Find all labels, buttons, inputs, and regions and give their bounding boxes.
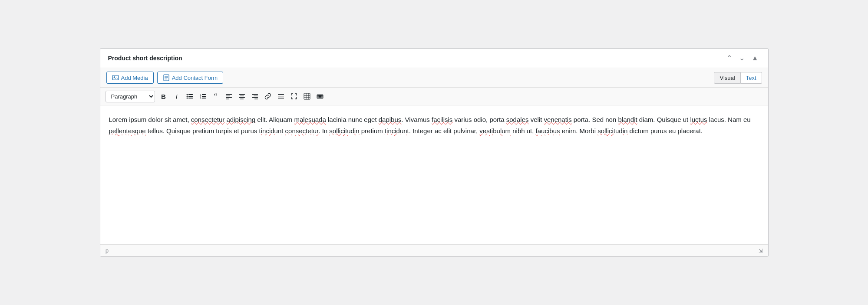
- svg-rect-32: [278, 98, 284, 99]
- fullscreen-icon: [290, 93, 297, 100]
- bold-button[interactable]: B: [158, 90, 170, 102]
- unordered-list-button[interactable]: [184, 90, 196, 102]
- ul-icon: [186, 93, 193, 100]
- svg-point-8: [186, 96, 188, 97]
- svg-rect-33: [304, 93, 310, 99]
- toolbar-row: Add Media Add Contact Form Visual Text: [100, 68, 768, 88]
- svg-point-6: [186, 94, 188, 95]
- svg-rect-25: [240, 99, 244, 100]
- align-center-button[interactable]: [236, 90, 248, 102]
- table-icon: [304, 93, 310, 100]
- ordered-list-button[interactable]: 1. 2. 3.: [197, 90, 209, 102]
- svg-text:3.: 3.: [200, 97, 201, 99]
- svg-rect-28: [252, 97, 258, 98]
- move-down-button[interactable]: ⌄: [737, 54, 746, 62]
- collapse-button[interactable]: ▲: [750, 54, 760, 62]
- word-consectetur: consectetur: [191, 116, 225, 123]
- keyboard-icon: [317, 93, 323, 100]
- link-button[interactable]: [262, 90, 274, 102]
- word-blandit: blandit: [618, 116, 637, 123]
- word-pellentesque: pellentesque: [109, 127, 146, 134]
- svg-rect-20: [226, 97, 232, 98]
- editor-title: Product short description: [108, 55, 182, 62]
- svg-rect-29: [254, 99, 258, 100]
- svg-rect-7: [188, 94, 193, 95]
- word-malesuada: malesuada: [294, 116, 326, 123]
- content-paragraph: Lorem ipsum dolor sit amet, consectetur …: [109, 114, 759, 136]
- svg-rect-22: [239, 94, 245, 95]
- svg-rect-23: [240, 96, 244, 97]
- word-sollicitudin2: sollicitudin: [597, 127, 627, 134]
- add-contact-form-button[interactable]: Add Contact Form: [157, 72, 224, 84]
- tab-text[interactable]: Text: [741, 72, 762, 84]
- svg-rect-9: [188, 96, 193, 97]
- word-sodales: sodales: [506, 116, 529, 123]
- paragraph-select[interactable]: Paragraph Heading 1 Heading 2 Heading 3 …: [106, 91, 155, 102]
- editor-container: Product short description ⌃ ⌄ ▲ Add Medi…: [100, 48, 769, 257]
- svg-rect-24: [239, 97, 245, 98]
- svg-point-10: [186, 98, 188, 99]
- tab-visual[interactable]: Visual: [714, 72, 740, 84]
- add-contact-form-label: Add Contact Form: [172, 75, 218, 81]
- svg-rect-19: [226, 96, 230, 97]
- current-tag: p: [106, 247, 109, 254]
- hr-icon: [277, 93, 284, 100]
- add-media-label: Add Media: [121, 75, 148, 81]
- svg-rect-27: [254, 96, 258, 97]
- word-faucibus: faucibus: [536, 127, 560, 134]
- media-icon: [112, 74, 119, 81]
- editor-footer: p ⇲: [100, 244, 768, 256]
- align-center-icon: [238, 93, 245, 100]
- word-sollicitudin: sollicitudin: [329, 127, 359, 134]
- word-consectetur2: consectetur: [285, 127, 319, 134]
- fullscreen-button[interactable]: [288, 90, 300, 102]
- svg-rect-17: [202, 98, 206, 98]
- link-icon: [264, 93, 271, 100]
- word-adipiscing: adipiscing: [226, 116, 255, 123]
- svg-rect-21: [226, 99, 229, 100]
- word-tincidunt2: tincidunt: [385, 127, 409, 134]
- svg-rect-11: [188, 98, 193, 98]
- move-up-button[interactable]: ⌃: [725, 54, 734, 62]
- align-right-icon: [251, 93, 258, 100]
- word-tincidunt: tincidunt: [259, 127, 284, 134]
- svg-rect-44: [319, 97, 321, 98]
- word-facilisis: facilisis: [432, 116, 452, 123]
- contact-form-icon: [163, 74, 170, 81]
- svg-rect-15: [202, 96, 206, 97]
- editor-content-area[interactable]: Lorem ipsum dolor sit amet, consectetur …: [100, 105, 768, 244]
- view-tabs: Visual Text: [714, 72, 762, 84]
- svg-rect-43: [317, 97, 318, 98]
- align-right-button[interactable]: [249, 90, 261, 102]
- format-toolbar: Paragraph Heading 1 Heading 2 Heading 3 …: [100, 88, 768, 105]
- align-left-button[interactable]: [223, 90, 235, 102]
- align-left-icon: [225, 93, 232, 100]
- svg-rect-39: [317, 95, 318, 96]
- svg-rect-30: [278, 94, 284, 95]
- keyboard-shortcut-button[interactable]: [314, 90, 326, 102]
- word-venenatis: venenatis: [544, 116, 571, 123]
- svg-rect-18: [226, 94, 232, 95]
- add-media-button[interactable]: Add Media: [106, 72, 154, 84]
- horizontal-rule-button[interactable]: [275, 90, 287, 102]
- svg-rect-26: [252, 94, 258, 95]
- blockquote-button[interactable]: “: [210, 90, 222, 102]
- table-button[interactable]: [301, 90, 313, 102]
- word-dapibus: dapibus: [379, 116, 402, 123]
- header-controls: ⌃ ⌄ ▲: [725, 54, 760, 62]
- svg-rect-13: [202, 94, 206, 95]
- ol-icon: 1. 2. 3.: [199, 93, 206, 100]
- toolbar-left: Add Media Add Contact Form: [106, 72, 224, 84]
- word-luctus: luctus: [690, 116, 707, 123]
- resize-handle[interactable]: ⇲: [759, 248, 763, 254]
- word-vestibulum: vestibulum: [479, 127, 511, 134]
- svg-rect-41: [320, 95, 321, 96]
- svg-rect-31: [278, 96, 284, 97]
- svg-rect-45: [321, 97, 322, 98]
- svg-rect-42: [321, 95, 322, 96]
- editor-header: Product short description ⌃ ⌄ ▲: [100, 49, 768, 68]
- svg-rect-40: [319, 95, 320, 96]
- italic-button[interactable]: I: [171, 90, 183, 102]
